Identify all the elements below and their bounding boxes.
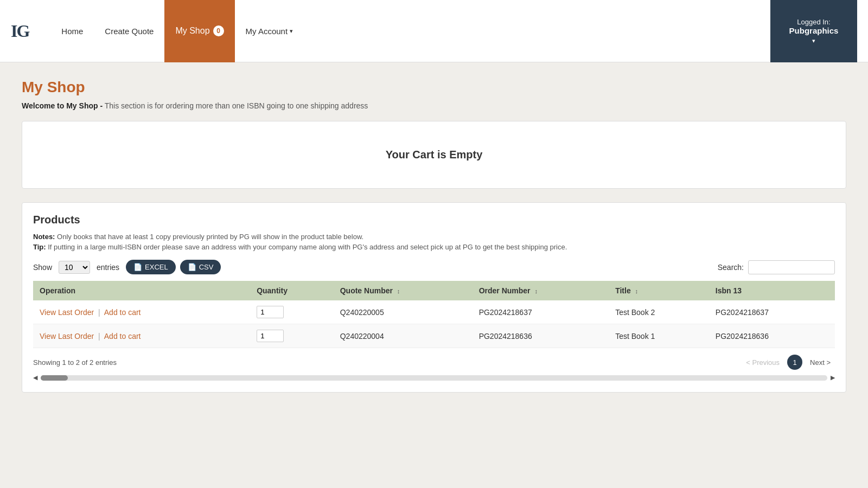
page-1-button[interactable]: 1 [787, 355, 802, 370]
scrollbar-handle [41, 375, 68, 381]
cell-title-2: Test Book 1 [609, 324, 709, 348]
table-controls: Show 10 25 50 100 entries 📄 EXCEL 📄 CSV [33, 260, 835, 274]
scroll-right-icon[interactable]: ▶ [831, 374, 835, 381]
user-chevron-icon: ▾ [812, 37, 815, 44]
next-button[interactable]: Next > [806, 356, 835, 369]
table-row: View Last Order | Add to cart Q240220005… [33, 300, 835, 324]
page-content: My Shop Welcome to My Shop - This sectio… [0, 62, 868, 409]
cell-operation: View Last Order | Add to cart [33, 300, 250, 324]
quantity-input-1[interactable] [257, 306, 284, 318]
col-isbn13: Isbn 13 [709, 281, 835, 300]
notes-text: Only books that have at least 1 copy pre… [57, 233, 363, 241]
tip-label: Tip: [33, 243, 46, 251]
page-title: My Shop [22, 79, 846, 96]
nav-my-account-label: My Account [246, 27, 288, 36]
table-header-row: Operation Quantity Quote Number ↕ Order … [33, 281, 835, 300]
data-table: Operation Quantity Quote Number ↕ Order … [33, 281, 835, 348]
scroll-left-icon[interactable]: ◀ [33, 374, 37, 381]
search-label: Search: [718, 263, 744, 272]
cell-isbn13-2: PG2024218636 [709, 324, 835, 348]
cell-order-number-1: PG2024218637 [473, 300, 609, 324]
col-quote-number[interactable]: Quote Number ↕ [334, 281, 473, 300]
search-input[interactable] [748, 260, 835, 274]
cell-quantity-2 [250, 324, 334, 348]
col-quantity: Quantity [250, 281, 334, 300]
my-shop-badge: 0 [213, 25, 224, 36]
cell-isbn13-1: PG2024218637 [709, 300, 835, 324]
quantity-input-2[interactable] [257, 330, 284, 342]
separator-2: | [98, 332, 100, 341]
pagination-bar: Showing 1 to 2 of 2 entries < Previous 1… [33, 355, 835, 370]
products-title: Products [33, 214, 835, 226]
cart-empty-text: Your Cart is Empty [33, 149, 835, 161]
scrollbar-row: ◀ ▶ [33, 374, 835, 381]
navbar-links: Home Create Quote My Shop 0 My Account ▾ [50, 0, 770, 62]
nav-create-quote[interactable]: Create Quote [94, 0, 164, 62]
pagination-info: Showing 1 to 2 of 2 entries [33, 358, 117, 367]
navbar: IG Home Create Quote My Shop 0 My Accoun… [0, 0, 868, 62]
view-last-order-link-2[interactable]: View Last Order [40, 332, 94, 341]
csv-label: CSV [199, 263, 214, 271]
previous-button[interactable]: < Previous [742, 356, 784, 369]
page-subtitle: Welcome to My Shop - This section is for… [22, 101, 846, 110]
nav-my-account[interactable]: My Account ▾ [235, 0, 304, 62]
nav-my-shop-label: My Shop [175, 26, 209, 36]
nav-home[interactable]: Home [50, 0, 94, 62]
logged-in-label: Logged In: [797, 18, 830, 26]
col-title[interactable]: Title ↕ [609, 281, 709, 300]
pagination-controls: < Previous 1 Next > [742, 355, 835, 370]
logged-in-user[interactable]: Logged In: Pubgraphics ▾ [770, 0, 857, 62]
cell-quote-number-2: Q240220004 [334, 324, 473, 348]
sort-icon-order: ↕ [534, 288, 538, 294]
products-notes: Notes: Only books that have at least 1 c… [33, 233, 835, 241]
subtitle-bold: Welcome to My Shop - [22, 101, 103, 110]
tip-text: If putting in a large multi-ISBN order p… [48, 243, 567, 251]
show-entries-select[interactable]: 10 25 50 100 [59, 261, 90, 274]
table-body: View Last Order | Add to cart Q240220005… [33, 300, 835, 348]
sort-icon-title: ↕ [635, 288, 639, 294]
entries-label: entries [97, 263, 119, 272]
brand-logo: IG [11, 21, 29, 41]
subtitle-text: This section is for ordering more than o… [105, 101, 368, 110]
cart-empty-box: Your Cart is Empty [22, 121, 846, 189]
table-controls-left: Show 10 25 50 100 entries 📄 EXCEL 📄 CSV [33, 260, 221, 274]
table-row: View Last Order | Add to cart Q240220004… [33, 324, 835, 348]
table-header: Operation Quantity Quote Number ↕ Order … [33, 281, 835, 300]
products-tip: Tip: If putting in a large multi-ISBN or… [33, 243, 835, 251]
search-container: Search: [718, 260, 835, 274]
my-account-chevron-icon: ▾ [290, 28, 293, 35]
cell-operation-2: View Last Order | Add to cart [33, 324, 250, 348]
excel-label: EXCEL [145, 263, 168, 271]
add-to-cart-link-2[interactable]: Add to cart [104, 332, 141, 341]
csv-icon: 📄 [188, 263, 196, 271]
cell-title-1: Test Book 2 [609, 300, 709, 324]
col-order-number[interactable]: Order Number ↕ [473, 281, 609, 300]
col-operation: Operation [33, 281, 250, 300]
export-buttons: 📄 EXCEL 📄 CSV [126, 260, 221, 274]
excel-button[interactable]: 📄 EXCEL [126, 260, 176, 274]
separator-1: | [98, 308, 100, 317]
scrollbar-track[interactable] [41, 375, 827, 381]
sort-icon-quote: ↕ [397, 288, 400, 294]
show-label: Show [33, 263, 52, 272]
cell-quantity-1 [250, 300, 334, 324]
view-last-order-link-1[interactable]: View Last Order [40, 308, 94, 317]
add-to-cart-link-1[interactable]: Add to cart [104, 308, 141, 317]
nav-my-shop[interactable]: My Shop 0 [164, 0, 234, 62]
products-section: Products Notes: Only books that have at … [22, 202, 846, 393]
notes-label: Notes: [33, 233, 55, 241]
cell-order-number-2: PG2024218636 [473, 324, 609, 348]
excel-icon: 📄 [133, 263, 142, 271]
username: Pubgraphics [789, 26, 839, 35]
csv-button[interactable]: 📄 CSV [180, 260, 221, 274]
cell-quote-number-1: Q240220005 [334, 300, 473, 324]
